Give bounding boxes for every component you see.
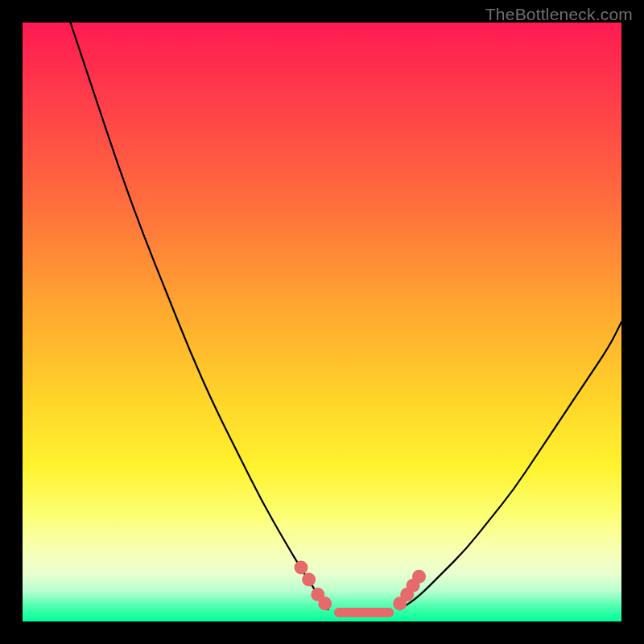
plateau-bar <box>334 608 394 617</box>
curve-layer <box>23 23 621 621</box>
bead <box>302 572 316 586</box>
right-curve <box>400 322 621 609</box>
chart-frame: TheBottleneck.com <box>0 0 644 644</box>
bead <box>318 597 332 610</box>
bead <box>294 561 308 575</box>
bead-markers <box>294 561 426 611</box>
watermark-text: TheBottleneck.com <box>485 5 633 24</box>
left-curve <box>71 23 328 609</box>
plot-area <box>23 23 621 621</box>
bead <box>412 570 426 584</box>
